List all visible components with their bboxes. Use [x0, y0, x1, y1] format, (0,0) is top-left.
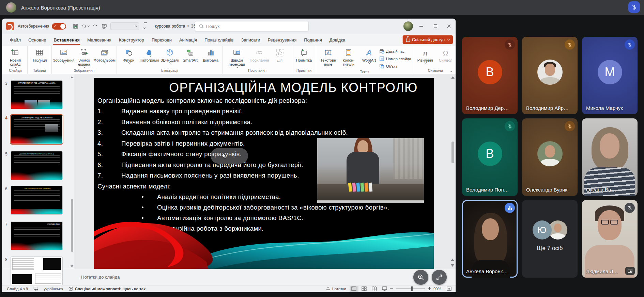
- thumbnails-scrollbar[interactable]: [71, 199, 73, 252]
- equation-button[interactable]: π Рівняння: [415, 46, 435, 63]
- participant-tile[interactable]: Володимир Айр…: [522, 37, 578, 114]
- notes-input-area[interactable]: Нотатки до слайда: [2, 269, 456, 285]
- symbol-omega-icon: Ω: [443, 48, 448, 58]
- shapes-button[interactable]: Фігури: [119, 46, 139, 63]
- account-avatar[interactable]: [403, 21, 413, 31]
- participant-tile[interactable]: В Володимир Дер…: [462, 37, 518, 114]
- participant-tile-video-speaking[interactable]: Анжела Воронк…: [462, 200, 518, 278]
- slide-canvas[interactable]: ОРГАНІЗАЦІЙНА МОДЕЛЬ КОНТРОЛЮ Організаці…: [74, 74, 456, 269]
- zoom-slider[interactable]: [396, 288, 425, 289]
- thumbnails-scroll-up[interactable]: [71, 76, 73, 78]
- filename: курсова робота: [155, 24, 185, 29]
- scroll-up-arrow[interactable]: [451, 76, 455, 79]
- current-slide[interactable]: ОРГАНІЗАЦІЙНА МОДЕЛЬ КОНТРОЛЮ Організаці…: [94, 78, 434, 269]
- reading-view-button[interactable]: [370, 286, 379, 292]
- tab-transitions[interactable]: Переходи: [148, 34, 175, 46]
- display-settings-button[interactable]: [31, 285, 41, 292]
- share-button[interactable]: Спільний доступ: [403, 35, 453, 44]
- scroll-thumb[interactable]: [451, 142, 454, 163]
- minimize-button[interactable]: [414, 19, 428, 34]
- tab-slideshow[interactable]: Показ слайдів: [201, 34, 237, 46]
- next-slide-button[interactable]: [451, 264, 454, 267]
- tab-review[interactable]: Рецензування: [264, 34, 300, 46]
- image-button[interactable]: Зображення: [53, 46, 74, 63]
- tab-help[interactable]: Довідка: [326, 34, 349, 46]
- 3d-models-button[interactable]: 3D-моделі: [159, 46, 180, 63]
- zoom-out-button[interactable]: [390, 288, 393, 289]
- object-button[interactable]: Об'єкт: [379, 63, 411, 69]
- participant-tile[interactable]: В Володимир Поп…: [462, 118, 518, 196]
- slide-thumbnail-8[interactable]: [11, 257, 62, 285]
- slide-number-button[interactable]: Номер слайда: [379, 55, 411, 62]
- redo-button[interactable]: [90, 21, 99, 31]
- tab-record[interactable]: Записати: [237, 34, 264, 46]
- undo-button[interactable]: [80, 21, 90, 31]
- tab-insert[interactable]: Вставлення: [50, 34, 83, 46]
- previous-slide-button[interactable]: [451, 259, 454, 261]
- tab-draw[interactable]: Малювання: [83, 34, 115, 46]
- picture-in-picture-button[interactable]: [625, 267, 635, 275]
- autosave-toggle[interactable]: ✓: [52, 23, 66, 30]
- slide-sorter-view-button[interactable]: [360, 286, 369, 292]
- icons-button[interactable]: Піктограми: [139, 46, 159, 62]
- photo-album-button[interactable]: Фотоальбом: [94, 46, 115, 63]
- datetime-button[interactable]: Дата й час: [379, 48, 411, 54]
- tab-home[interactable]: Основне: [25, 34, 50, 46]
- canvas-scrollbar[interactable]: [451, 74, 455, 269]
- fullscreen-presentation-button[interactable]: [432, 270, 447, 285]
- ppt-titlebar: Автозбереження ✓ курсова робота •: [2, 19, 456, 34]
- normal-view-button[interactable]: [350, 286, 358, 292]
- zoom-in-button[interactable]: [428, 287, 431, 290]
- header-footer-button[interactable]: Колон-титули: [338, 46, 359, 67]
- slide-thumbnail-3[interactable]: ХАРАКТЕРИСТИКА ТОВ «АГРОФІРМА «МАЯК»: [11, 81, 62, 109]
- screenshot-button[interactable]: Знімок екрана: [74, 46, 94, 68]
- tab-file[interactable]: Файл: [6, 34, 25, 46]
- accessibility-checker[interactable]: Спеціальні можливості: щось не так: [66, 285, 148, 292]
- participant-name: Володимир Поп…: [466, 187, 509, 193]
- more-participants-tile[interactable]: Ю Ще 7 осіб: [522, 200, 578, 278]
- avatar-photo: [537, 60, 563, 85]
- slide-thumbnail-5[interactable]: ДОКУМЕНТАЛЬНИЙ КОНТРОЛЬ («МАЯК»): [11, 151, 62, 180]
- customize-toolbar-button[interactable]: [140, 21, 150, 31]
- thumbnails-scroll-down[interactable]: [71, 265, 73, 267]
- table-button[interactable]: Таблиця: [29, 46, 50, 63]
- smartart-button[interactable]: SmartArt: [180, 46, 200, 62]
- new-slide-button[interactable]: Новий слайд: [5, 46, 26, 68]
- more-participants-label: Ще 7 осіб: [522, 245, 578, 252]
- start-slideshow-button[interactable]: [99, 21, 109, 31]
- quick-access-dropdown[interactable]: [110, 22, 139, 30]
- new-slide-icon: [11, 48, 20, 58]
- search-input[interactable]: Пошук: [195, 21, 309, 31]
- participant-tile-video[interactable]: Людмила Л…: [582, 200, 638, 278]
- tab-animations[interactable]: Анімація: [175, 34, 201, 46]
- textbox-button[interactable]: A Текстове поле: [318, 46, 338, 67]
- status-bar: Слайд 4 з 9 українська Спеціальні можлив…: [2, 285, 456, 292]
- wordart-button[interactable]: A WordArt: [359, 46, 379, 63]
- participant-tile-video[interactable]: Оксана Ва…: [582, 118, 638, 196]
- close-button[interactable]: [442, 19, 456, 34]
- speaking-indicator-icon: [505, 203, 515, 213]
- slideshow-view-button[interactable]: [380, 286, 389, 292]
- notes-toggle-button[interactable]: Нотатки: [324, 285, 349, 292]
- slide-thumbnail-7[interactable]: РЕКОМЕНДАЦІЇ: [11, 222, 62, 250]
- svg-text:A: A: [327, 51, 329, 55]
- fit-slide-to-window-button[interactable]: [445, 286, 454, 292]
- slide-thumbnail-6[interactable]: ОСНОВНІ ПОРУШЕННЯ («МАЯК»): [11, 186, 62, 214]
- slide-thumbnail-panel: 3 ХАРАКТЕРИСТИКА ТОВ «АГРОФІРМА «МАЯК» 4…: [2, 74, 74, 269]
- participant-tile[interactable]: Олександр Бурик: [522, 118, 578, 196]
- presenter-avatar: [6, 2, 16, 13]
- slide-thumbnail-4-selected[interactable]: ОРГАНІЗАЦІЙНА МОДЕЛЬ КОНТРОЛЮ: [11, 115, 62, 144]
- new-comment-button[interactable]: Примітка: [294, 46, 314, 62]
- zoom-presentation-button[interactable]: [413, 270, 428, 285]
- zoom-level[interactable]: 90%: [431, 285, 444, 292]
- zoom-links-button[interactable]: Швидкі переходи: [225, 46, 249, 68]
- participant-tile[interactable]: М Микола Марчук: [582, 37, 638, 114]
- save-button[interactable]: [71, 21, 80, 31]
- mic-off-icon: [565, 121, 575, 131]
- maximize-button[interactable]: [429, 19, 442, 34]
- zoom-slider-thumb[interactable]: [411, 286, 413, 291]
- language-indicator[interactable]: українська: [41, 285, 66, 292]
- chart-button[interactable]: Діаграма: [200, 46, 221, 62]
- tab-view[interactable]: Подання: [300, 34, 326, 46]
- tab-design[interactable]: Конструктор: [115, 34, 148, 46]
